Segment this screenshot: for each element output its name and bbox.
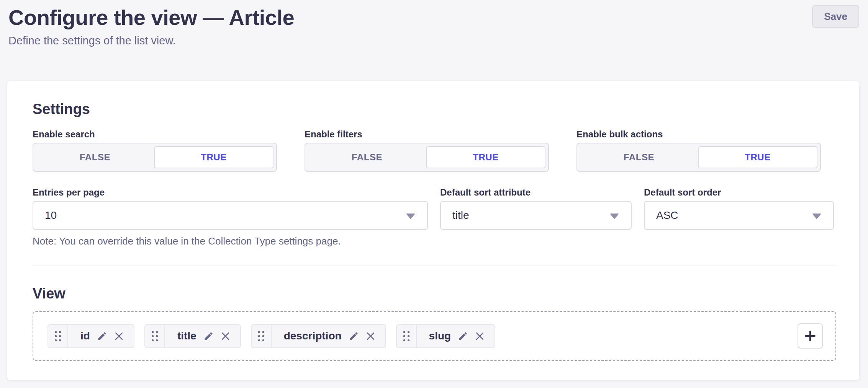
field-chip-body: slug	[417, 325, 495, 347]
enable-filters-label: Enable filters	[305, 129, 549, 139]
entries-per-page-value: 10	[45, 209, 57, 222]
default-sort-attribute-field: Default sort attribute title	[440, 187, 632, 247]
default-sort-order-label: Default sort order	[644, 187, 834, 197]
edit-field-button[interactable]	[97, 331, 107, 341]
enable-bulk-actions-toggle[interactable]: FALSE TRUE	[576, 143, 821, 172]
entries-per-page-note: Note: You can override this value in the…	[33, 235, 428, 247]
default-sort-order-select[interactable]: ASC	[644, 201, 834, 230]
field-chip-body: description	[272, 325, 385, 347]
save-button[interactable]: Save	[812, 5, 859, 28]
drag-dots-icon	[258, 331, 264, 341]
remove-field-button[interactable]	[114, 331, 124, 341]
remove-field-button[interactable]	[221, 331, 230, 341]
drag-handle[interactable]	[48, 325, 68, 347]
settings-section-heading: Settings	[33, 102, 836, 116]
field-chip-list: id title	[47, 324, 798, 348]
enable-search-toggle[interactable]: FALSE TRUE	[33, 143, 277, 172]
field-chip-title[interactable]: title	[144, 324, 241, 348]
view-section-heading: View	[33, 286, 836, 301]
edit-field-button[interactable]	[203, 331, 214, 341]
pencil-icon	[349, 331, 359, 341]
default-sort-order-field: Default sort order ASC	[644, 187, 834, 247]
pencil-icon	[97, 331, 107, 341]
field-chip-label: title	[177, 330, 197, 342]
default-sort-attribute-value: title	[452, 209, 469, 222]
edit-field-button[interactable]	[349, 331, 359, 341]
settings-select-row: Entries per page 10 Note: You can overri…	[33, 187, 836, 247]
close-icon	[366, 331, 375, 341]
enable-search-true-option[interactable]: TRUE	[154, 146, 274, 168]
plus-icon	[804, 330, 816, 342]
close-icon	[221, 331, 230, 341]
drag-dots-icon	[152, 331, 158, 341]
drag-handle[interactable]	[145, 325, 165, 347]
field-chip-description[interactable]: description	[251, 324, 386, 348]
pencil-icon	[203, 331, 214, 341]
remove-field-button[interactable]	[475, 331, 485, 341]
drag-handle[interactable]	[397, 325, 417, 347]
pencil-icon	[458, 331, 468, 341]
field-chip-id[interactable]: id	[47, 324, 134, 348]
entries-per-page-field: Entries per page 10 Note: You can overri…	[33, 187, 428, 247]
configure-view-card: Settings Enable search FALSE TRUE Enable…	[7, 81, 859, 380]
default-sort-order-value: ASC	[656, 209, 678, 222]
field-chip-body: id	[68, 325, 134, 347]
caret-down-icon	[812, 214, 821, 219]
enable-filters-false-option[interactable]: FALSE	[308, 146, 426, 168]
page-title: Configure the view — Article	[8, 5, 859, 30]
enable-bulk-actions-field: Enable bulk actions FALSE TRUE	[576, 129, 821, 172]
remove-field-button[interactable]	[366, 331, 375, 341]
page-header: Configure the view — Article Define the …	[8, 5, 859, 47]
entries-per-page-select[interactable]: 10	[33, 201, 428, 230]
enable-bulk-actions-false-option[interactable]: FALSE	[580, 146, 698, 168]
enable-search-false-option[interactable]: FALSE	[36, 146, 154, 168]
page-subtitle: Define the settings of the list view.	[8, 34, 859, 47]
enable-bulk-actions-label: Enable bulk actions	[576, 129, 821, 139]
default-sort-attribute-select[interactable]: title	[440, 201, 632, 230]
enable-filters-true-option[interactable]: TRUE	[426, 146, 545, 168]
add-field-button[interactable]	[798, 323, 823, 349]
enable-search-field: Enable search FALSE TRUE	[33, 129, 277, 172]
section-divider	[33, 266, 836, 266]
enable-filters-toggle[interactable]: FALSE TRUE	[305, 143, 549, 172]
settings-toggle-row: Enable search FALSE TRUE Enable filters …	[33, 129, 836, 172]
field-chip-label: id	[80, 330, 90, 342]
field-chip-body: title	[165, 325, 240, 347]
field-chip-label: slug	[429, 330, 451, 342]
field-drop-zone: id title	[33, 311, 836, 361]
field-chip-slug[interactable]: slug	[396, 324, 496, 348]
drag-dots-icon	[55, 331, 61, 341]
caret-down-icon	[406, 214, 415, 219]
enable-bulk-actions-true-option[interactable]: TRUE	[698, 146, 817, 168]
default-sort-attribute-label: Default sort attribute	[440, 187, 632, 197]
entries-per-page-label: Entries per page	[33, 187, 428, 197]
field-chip-label: description	[284, 330, 342, 342]
close-icon	[114, 331, 124, 341]
drag-handle[interactable]	[252, 325, 272, 347]
enable-search-label: Enable search	[33, 129, 277, 139]
edit-field-button[interactable]	[458, 331, 468, 341]
enable-filters-field: Enable filters FALSE TRUE	[305, 129, 549, 172]
close-icon	[475, 331, 485, 341]
drag-dots-icon	[403, 331, 409, 341]
caret-down-icon	[610, 214, 619, 219]
